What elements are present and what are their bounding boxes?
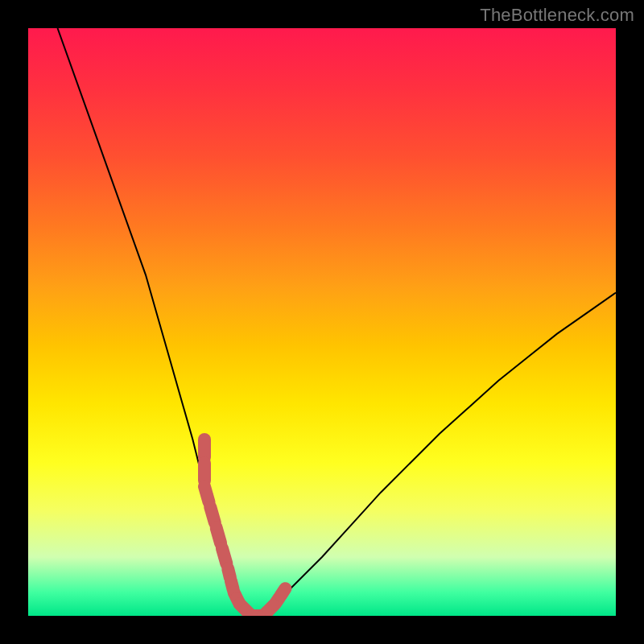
highlight-segment [217, 528, 221, 543]
bottleneck-curve [58, 28, 617, 616]
highlight-segment [222, 548, 227, 564]
highlight-segment [204, 486, 209, 502]
watermark-text: TheBottleneck.com [480, 5, 634, 26]
highlight-segments [204, 440, 285, 616]
chart-plot-area [28, 28, 616, 616]
bottleneck-curve-svg [28, 28, 616, 616]
highlight-segment [281, 588, 286, 595]
highlight-segment [210, 507, 215, 522]
